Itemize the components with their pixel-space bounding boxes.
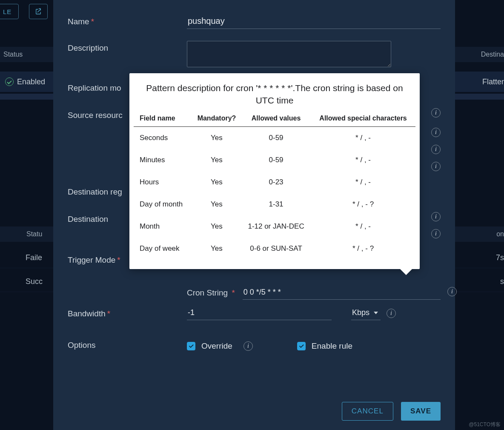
- bg-fail-label: Faile: [26, 253, 42, 262]
- cron-cell-mandatory: Yes: [192, 126, 241, 149]
- info-icon[interactable]: [431, 128, 441, 137]
- cron-cell-special: * / , - ?: [311, 238, 415, 260]
- cron-help-row: Day of monthYes1-31* / , - ?: [134, 193, 415, 215]
- bg-succ-val: s: [500, 277, 504, 286]
- cron-cell-values: 0-59: [241, 126, 311, 149]
- cron-cell-special: * / , -: [311, 171, 415, 193]
- bg-fail-val: 7s: [496, 253, 504, 262]
- th-special: Allowed special characters: [311, 111, 415, 127]
- cron-cell-mandatory: Yes: [192, 215, 241, 238]
- check-icon: [188, 343, 194, 349]
- cron-help-row: MonthYes1-12 or JAN-DEC* / , -: [134, 215, 415, 238]
- cron-cell-field: Hours: [134, 171, 192, 193]
- name-input[interactable]: [187, 14, 441, 29]
- cron-string-label: Cron String *: [187, 288, 235, 298]
- override-checkbox[interactable]: [187, 342, 195, 350]
- cron-cell-special: * / , -: [311, 149, 415, 171]
- export-icon: [34, 8, 42, 15]
- bandwidth-unit-select[interactable]: Kbps: [351, 307, 381, 320]
- th-field: Field name: [134, 111, 192, 127]
- cron-cell-field: Month: [134, 215, 192, 238]
- cron-help-row: HoursYes0-23* / , -: [134, 171, 415, 193]
- cron-cell-special: * / , - ?: [311, 193, 415, 215]
- bandwidth-unit-value: Kbps: [352, 308, 369, 317]
- cron-cell-mandatory: Yes: [192, 171, 241, 193]
- info-icon[interactable]: [387, 309, 396, 318]
- description-input[interactable]: [187, 41, 391, 67]
- cron-help-row: MinutesYes0-59* / , -: [134, 149, 415, 171]
- toolbar-button-le[interactable]: LE: [0, 4, 19, 19]
- info-icon[interactable]: [431, 229, 441, 238]
- override-label: Override: [201, 341, 232, 351]
- info-icon[interactable]: [431, 145, 441, 154]
- cron-cell-field: Minutes: [134, 149, 192, 171]
- enable-rule-checkbox[interactable]: [297, 342, 306, 350]
- cron-cell-values: 1-12 or JAN-DEC: [241, 215, 311, 238]
- button-row: CANCEL SAVE: [68, 402, 441, 421]
- cron-help-table: Field name Mandatory? Allowed values All…: [134, 111, 415, 260]
- info-icon[interactable]: [431, 212, 441, 221]
- bg-col-status: Status: [3, 51, 23, 58]
- info-icon[interactable]: [447, 287, 457, 296]
- bandwidth-label: Bandwidth*: [68, 307, 187, 318]
- cron-cell-mandatory: Yes: [192, 193, 241, 215]
- cron-cell-field: Seconds: [134, 126, 192, 149]
- bg-succ-label: Succ: [26, 277, 43, 286]
- cron-cell-mandatory: Yes: [192, 149, 241, 171]
- check-circle-icon: [5, 77, 14, 86]
- save-button[interactable]: SAVE: [401, 402, 441, 421]
- info-icon[interactable]: [431, 162, 441, 171]
- cron-cell-mandatory: Yes: [192, 238, 241, 260]
- cron-string-input[interactable]: [243, 286, 441, 300]
- cron-cell-special: * / , -: [311, 215, 415, 238]
- cron-cell-field: Day of week: [134, 238, 192, 260]
- toolbar-button-export[interactable]: [29, 4, 48, 19]
- bg-enabled-text: Enabled: [17, 77, 45, 86]
- watermark: @51CTO博客: [469, 421, 501, 428]
- bg-flatten-text: Flatter: [482, 77, 504, 86]
- bg-col-on: on: [496, 230, 504, 238]
- cron-cell-values: 0-59: [241, 149, 311, 171]
- name-label: Name*: [68, 14, 187, 26]
- cancel-button[interactable]: CANCEL: [342, 402, 393, 421]
- tooltip-arrow-icon: [400, 269, 412, 275]
- cron-cell-values: 0-6 or SUN-SAT: [241, 238, 311, 260]
- enable-rule-label: Enable rule: [312, 341, 352, 351]
- bg-col-destination: Destina: [481, 51, 504, 58]
- info-icon[interactable]: [431, 108, 441, 118]
- chevron-down-icon: [374, 312, 378, 314]
- th-mand: Mandatory?: [192, 111, 241, 127]
- cron-help-row: SecondsYes0-59* / , -: [134, 126, 415, 149]
- cron-help-title: Pattern description for cron '* * * * * …: [145, 82, 404, 107]
- info-icon[interactable]: [243, 341, 253, 351]
- description-label: Description: [68, 41, 187, 53]
- bg-col-statu: Statu: [26, 230, 42, 238]
- th-values: Allowed values: [241, 111, 311, 127]
- cron-cell-special: * / , -: [311, 126, 415, 149]
- cron-cell-values: 0-23: [241, 171, 311, 193]
- cron-help-row: Day of weekYes0-6 or SUN-SAT* / , - ?: [134, 238, 415, 260]
- cron-cell-values: 1-31: [241, 193, 311, 215]
- bandwidth-input[interactable]: [187, 307, 332, 320]
- options-label: Options: [68, 338, 187, 350]
- cron-cell-field: Day of month: [134, 193, 192, 215]
- cron-help-tooltip: Pattern description for cron '* * * * * …: [129, 73, 420, 269]
- check-icon: [298, 343, 304, 349]
